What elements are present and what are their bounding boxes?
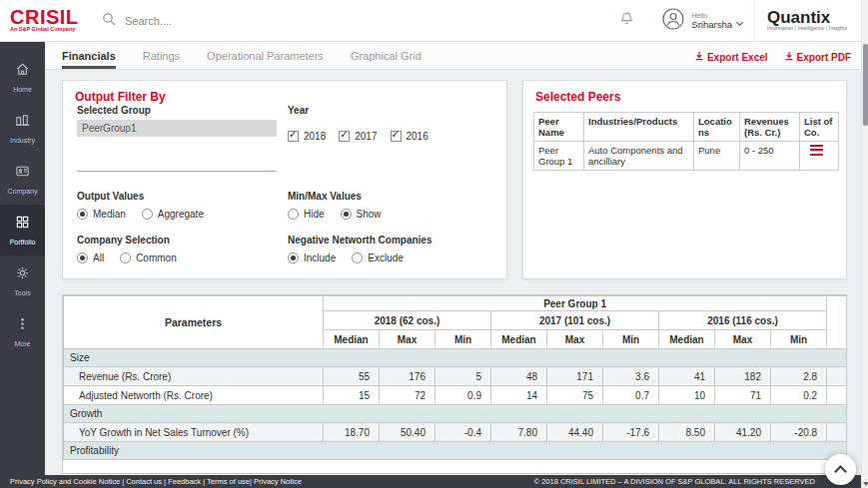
home-icon xyxy=(15,62,30,81)
peers-header-row: Peer Name Industries/Products Locations … xyxy=(534,113,839,142)
company-list-icon[interactable] xyxy=(810,145,823,156)
selected-group-label: Selected Group xyxy=(77,105,151,116)
sidebar-item-tools[interactable]: Tools xyxy=(0,255,45,306)
peers-col-industries: Industries/Products xyxy=(584,113,694,142)
year-checkbox-2018[interactable]: 2018 xyxy=(288,131,326,142)
footer-copyright: © 2018 CRISIL LIMITED – A DIVISION OF S&… xyxy=(534,477,815,486)
username-text: Sriharsha xyxy=(691,19,732,30)
tab-ratings[interactable]: Ratings xyxy=(143,50,180,69)
crisil-logo[interactable]: CRISIL An S&P Global Company xyxy=(0,9,88,32)
radio-exclude[interactable]: Exclude xyxy=(352,252,404,263)
page-footer: Privacy Policy and Cookie Notice | Conta… xyxy=(0,475,861,488)
year-checkbox-2017[interactable]: 2017 xyxy=(339,131,377,142)
radio-icon xyxy=(341,209,352,220)
download-icon xyxy=(784,51,794,63)
selected-group-listbox[interactable]: PeerGroup1 xyxy=(77,120,277,172)
radio-include[interactable]: Include xyxy=(288,252,336,263)
selected-group-option[interactable]: PeerGroup1 xyxy=(77,120,277,137)
more-icon xyxy=(15,316,30,335)
sidebar-item-label: Home xyxy=(13,86,32,93)
tab-graphical-grid[interactable]: Graphical Grid xyxy=(351,50,422,69)
stat-header: Max xyxy=(547,330,603,349)
stat-header: Median xyxy=(324,330,380,349)
sidebar-item-label: Tools xyxy=(14,289,30,296)
radio-icon xyxy=(77,252,88,263)
export-pdf-button[interactable]: Export PDF xyxy=(784,51,851,63)
year-group-2018: 2018 (62 cos.) xyxy=(324,311,491,330)
user-menu[interactable]: Hello Sriharsha xyxy=(650,0,754,41)
company-selection-radio-group: All Common xyxy=(77,252,177,263)
year-checkbox-group: 2018 2017 2016 xyxy=(288,131,429,142)
radio-icon xyxy=(288,209,299,220)
download-icon xyxy=(694,51,704,63)
checkbox-icon xyxy=(339,131,350,142)
peers-col-locations: Locations xyxy=(694,113,740,142)
section-row-size: Size xyxy=(64,349,848,367)
year-group-2016: 2016 (116 cos.) xyxy=(659,311,827,330)
table-row-adjusted-networth: Adjusted Networth (Rs. Crore) 15 72 0.9 … xyxy=(64,386,848,405)
group-title-row: Parameters Peer Group 1 xyxy=(64,296,848,311)
notifications-button[interactable] xyxy=(603,0,650,41)
sidebar-item-label: Portfolio xyxy=(10,239,36,245)
crisil-brand-text: CRISIL xyxy=(10,9,88,26)
export-actions: Export Excel Export PDF xyxy=(694,51,861,69)
chevron-up-icon xyxy=(834,465,847,478)
radio-show[interactable]: Show xyxy=(341,209,382,220)
sidebar-item-company[interactable]: Company xyxy=(0,154,45,205)
selected-peers-panel: Selected Peers Peer Name Industries/Prod… xyxy=(522,80,847,279)
chevron-down-icon xyxy=(736,19,743,26)
scrollbar-thumb[interactable] xyxy=(863,44,868,126)
radio-common[interactable]: Common xyxy=(120,252,177,263)
scroll-to-top-button[interactable] xyxy=(825,454,856,485)
year-group-2017: 2017 (101 cos.) xyxy=(491,311,659,330)
radio-label: Median xyxy=(93,209,126,220)
minmax-radio-group: Hide Show xyxy=(288,209,382,220)
sidebar-item-home[interactable]: Home xyxy=(0,52,45,103)
page-scrollbar[interactable] xyxy=(861,0,868,488)
year-checkbox-2016[interactable]: 2016 xyxy=(391,131,429,142)
radio-aggregate[interactable]: Aggregate xyxy=(142,209,204,220)
radio-all[interactable]: All xyxy=(77,252,104,263)
sidebar-item-label: Industry xyxy=(10,137,35,144)
peer-comparison-table: Parameters Peer Group 1 2018 (62 cos.) 2… xyxy=(62,294,847,474)
app-window: CRISIL An S&P Global Company Hello Sriha… xyxy=(0,0,868,488)
sidebar-item-industry[interactable]: Industry xyxy=(0,103,45,154)
spacer-column xyxy=(827,296,847,349)
company-selection-label: Company Selection xyxy=(77,235,170,245)
stat-header: Min xyxy=(771,330,827,349)
bell-icon xyxy=(619,11,634,30)
footer-links[interactable]: Privacy Policy and Cookie Notice | Conta… xyxy=(10,477,302,486)
tab-operational-parameters[interactable]: Operational Parameters xyxy=(207,50,324,69)
checkbox-icon xyxy=(288,131,299,142)
peer-name-cell: Peer Group 1 xyxy=(534,142,584,171)
parameter-cell: Adjusted Networth (Rs. Crore) xyxy=(64,386,324,405)
scrollbar-down-arrow[interactable] xyxy=(863,482,868,486)
peer-locations-cell: Pune xyxy=(694,142,740,171)
section-row-growth: Growth xyxy=(64,405,848,423)
radio-hide[interactable]: Hide xyxy=(288,209,325,220)
sidebar-item-portfolio[interactable]: Portfolio xyxy=(0,205,45,255)
sidebar-nav: Home Industry Company Portfolio Tools Mo… xyxy=(0,42,45,475)
portfolio-icon xyxy=(15,215,30,234)
quantix-brand-text: Quantix xyxy=(767,10,847,26)
sidebar-item-label: Company xyxy=(8,188,38,195)
radio-median[interactable]: Median xyxy=(77,209,126,220)
radio-label: Include xyxy=(304,252,336,263)
radio-icon xyxy=(288,252,299,263)
peer-list-cell xyxy=(800,142,839,171)
stat-header: Max xyxy=(380,330,435,349)
radio-label: Hide xyxy=(304,209,325,220)
tab-financials[interactable]: Financials xyxy=(62,50,116,69)
radio-label: Aggregate xyxy=(158,209,204,220)
minmax-values-label: Min/Max Values xyxy=(288,191,362,202)
export-excel-button[interactable]: Export Excel xyxy=(694,51,768,63)
parameter-cell: Revenue (Rs. Crore) xyxy=(64,367,324,386)
quantix-tagline: Information | Intelligence | Insights xyxy=(767,26,847,31)
sidebar-item-more[interactable]: More xyxy=(0,306,45,357)
global-search xyxy=(88,0,603,41)
stat-header: Max xyxy=(715,330,771,349)
table-row-revenue: Revenue (Rs. Crore) 55 176 5 48 171 3.6 … xyxy=(64,367,848,386)
peer-group-title: Peer Group 1 xyxy=(324,296,827,311)
search-input[interactable] xyxy=(125,15,425,27)
industry-icon xyxy=(15,113,30,132)
